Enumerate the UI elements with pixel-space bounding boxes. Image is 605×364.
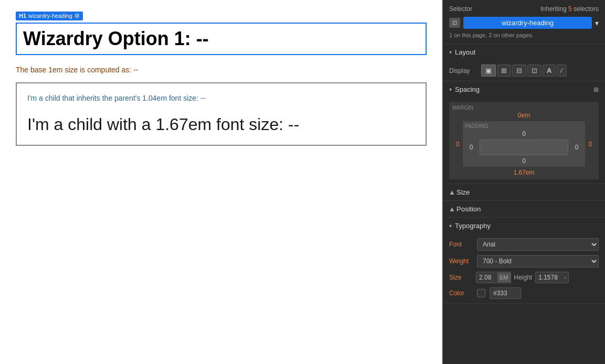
child-large-text: I'm a child with a 1.67em font size: -- xyxy=(27,115,415,134)
typography-arrow-icon: ▾ xyxy=(449,223,452,229)
selector-label: Selector xyxy=(449,5,472,13)
padding-label: PADDING xyxy=(465,123,583,129)
selector-section: Selector Inheriting 5 selectors ⊡ wizard… xyxy=(443,0,605,44)
size-section[interactable]: ▶ Size xyxy=(443,184,605,201)
position-arrow-icon: ▶ xyxy=(449,207,454,211)
display-grid-btn[interactable]: ⊟ xyxy=(512,65,526,77)
selector-dropdown-arrow[interactable]: ▾ xyxy=(595,19,599,27)
color-value[interactable]: #333 xyxy=(490,287,521,299)
badge-tag: H1 xyxy=(19,13,26,19)
size-arrow-icon: ▶ xyxy=(449,190,454,195)
right-panel: Selector Inheriting 5 selectors ⊡ wizard… xyxy=(442,0,605,364)
spacing-title: Spacing xyxy=(455,85,480,93)
display-label: Display xyxy=(449,67,478,74)
margin-bottom-value[interactable]: 1.67em xyxy=(452,169,596,176)
spacing-content: MARGIN 0em 0 PADDING 0 0 0 0 xyxy=(443,98,605,184)
padding-box: PADDING 0 0 0 0 xyxy=(463,121,585,167)
padding-inner-area xyxy=(480,140,568,155)
spacing-header[interactable]: ▾ Spacing ⊞ xyxy=(443,81,605,98)
display-row: Display ▣ ⊞ ⊟ ⊡ A ∕ xyxy=(449,65,599,77)
color-swatch[interactable] xyxy=(477,289,485,297)
selector-monitor-icon[interactable]: ⊡ xyxy=(449,18,460,28)
canvas-area: H1 wizardry-heading ⚙ Wizardry Option 1:… xyxy=(0,0,442,364)
inheriting-count: 5 xyxy=(568,5,572,13)
spacing-section: ▾ Spacing ⊞ MARGIN 0em 0 PADDING 0 0 xyxy=(443,81,605,184)
weight-label: Weight xyxy=(449,258,473,265)
padding-bottom-value[interactable]: 0 xyxy=(465,157,583,165)
display-flex-btn[interactable]: ⊞ xyxy=(497,65,511,77)
margin-box: MARGIN 0em 0 PADDING 0 0 0 0 xyxy=(449,102,599,179)
size-unit: EM xyxy=(497,273,511,282)
margin-right-value[interactable]: 0 xyxy=(585,141,596,148)
weight-select[interactable]: 700 - Bold xyxy=(477,255,599,267)
child-container: I'm a child that inherits the parent's 1… xyxy=(16,82,427,146)
inheriting-text: Inheriting 5 selectors xyxy=(540,5,599,13)
layout-content: Display ▣ ⊞ ⊟ ⊡ A ∕ xyxy=(443,60,605,81)
height-label: Height xyxy=(514,274,533,281)
weight-row: Weight 700 - Bold xyxy=(449,255,599,267)
size-label: Size xyxy=(449,274,473,281)
typography-title: Typography xyxy=(455,222,491,230)
margin-label: MARGIN xyxy=(452,105,596,111)
padding-middle-row: 0 0 xyxy=(465,140,583,155)
heading-element: Wizardry Option 1: -- xyxy=(16,23,427,55)
base-size-text: The base 1em size is computed as: -- xyxy=(16,66,427,74)
selector-row: ⊡ wizardry-heading ▾ xyxy=(449,17,599,29)
size-title: Size xyxy=(457,188,470,196)
position-title: Position xyxy=(457,205,481,213)
margin-left-value[interactable]: 0 xyxy=(452,141,463,148)
font-select[interactable]: Arial xyxy=(477,238,599,251)
spacing-toggle-icon[interactable]: ⊞ xyxy=(593,86,599,93)
size-input-group: EM xyxy=(476,272,511,283)
element-badge[interactable]: H1 wizardry-heading ⚙ xyxy=(16,12,83,20)
display-buttons: ▣ ⊞ ⊟ ⊡ A ∕ xyxy=(481,65,567,77)
height-input-group: - xyxy=(535,272,569,283)
color-label: Color xyxy=(449,290,473,297)
selector-info: 1 on this page, 2 on other pages. xyxy=(449,32,599,38)
layout-header[interactable]: ▾ Layout xyxy=(443,44,605,60)
padding-top-value[interactable]: 0 xyxy=(465,130,583,137)
color-row: Color #333 xyxy=(449,287,599,299)
size-row: Size EM Height - xyxy=(449,272,599,283)
position-section[interactable]: ▶ Position xyxy=(443,201,605,218)
typography-header[interactable]: ▾ Typography xyxy=(443,218,605,234)
selector-tag[interactable]: wizardry-heading xyxy=(463,17,592,29)
height-dash: - xyxy=(562,272,568,283)
display-inline-btn[interactable]: ⊡ xyxy=(527,65,542,77)
padding-right-value[interactable]: 0 xyxy=(570,144,583,151)
typography-content: Font Arial Weight 700 - Bold Size EM He xyxy=(443,234,605,303)
margin-middle-row: 0 PADDING 0 0 0 0 0 xyxy=(452,121,596,167)
layout-arrow-icon: ▾ xyxy=(449,49,452,55)
padding-left-value[interactable]: 0 xyxy=(465,144,477,151)
font-row: Font Arial xyxy=(449,238,599,251)
layout-section: ▾ Layout Display ▣ ⊞ ⊟ ⊡ A ∕ xyxy=(443,44,605,81)
gear-icon[interactable]: ⚙ xyxy=(75,13,80,19)
heading-text: Wizardry Option 1: -- xyxy=(23,28,209,49)
size-input[interactable] xyxy=(476,272,497,283)
selector-header: Selector Inheriting 5 selectors xyxy=(449,5,599,13)
display-none-btn[interactable]: ∕ xyxy=(557,65,566,77)
layout-title: Layout xyxy=(455,48,475,56)
font-label: Font xyxy=(449,241,473,248)
spacing-arrow-icon: ▾ xyxy=(449,87,452,92)
badge-name: wizardry-heading xyxy=(28,13,72,19)
display-block-btn[interactable]: ▣ xyxy=(481,65,496,77)
display-text-btn[interactable]: A xyxy=(543,65,556,77)
margin-top-value[interactable]: 0em xyxy=(452,112,596,119)
typography-section: ▾ Typography Font Arial Weight 700 - Bol… xyxy=(443,218,605,304)
height-input[interactable] xyxy=(536,272,562,283)
child-inherit-text: I'm a child that inherits the parent's 1… xyxy=(27,94,415,102)
